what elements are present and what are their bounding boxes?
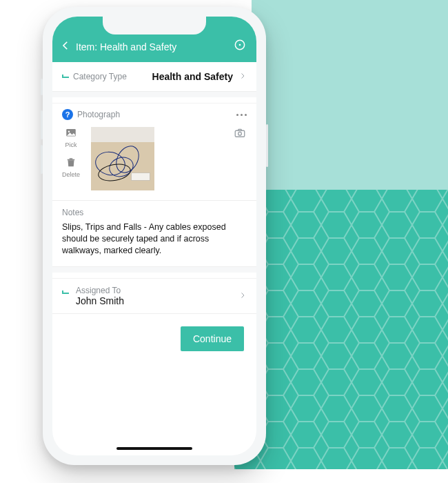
svg-point-3	[239, 44, 241, 46]
pick-label: Pick	[65, 141, 77, 148]
category-row[interactable]: Category Type Health and Safety	[52, 62, 256, 92]
phone-side-button	[41, 110, 43, 139]
honeycomb-pattern	[234, 190, 448, 469]
photo-tools: Pick Delete	[62, 127, 80, 178]
assigned-label: Assigned To	[76, 286, 124, 295]
camera-icon[interactable]	[233, 127, 247, 139]
check-icon	[62, 287, 69, 294]
header-action-button[interactable]	[233, 38, 247, 54]
notes-label: Notes	[62, 208, 247, 217]
pick-photo-button[interactable]: Pick	[64, 127, 78, 148]
phone-side-button	[41, 79, 43, 95]
spacer	[52, 92, 256, 97]
header-title: Item: Health and Safety	[76, 41, 176, 52]
svg-rect-1	[234, 190, 448, 469]
check-icon	[62, 71, 69, 78]
svg-point-10	[238, 132, 242, 135]
svg-rect-8	[70, 158, 73, 159]
chevron-right-icon	[238, 290, 247, 302]
chevron-left-icon	[59, 39, 72, 52]
category-label: Category Type	[73, 72, 127, 81]
assigned-value: John Smith	[76, 295, 124, 306]
assigned-row[interactable]: Assigned To John Smith	[52, 278, 256, 314]
delete-label: Delete	[62, 171, 80, 178]
phone-screen: Item: Health and Safety Category Type He…	[52, 17, 256, 455]
notes-section: Notes Slips, Trips and Falls - Any cable…	[52, 201, 256, 267]
back-button[interactable]	[59, 39, 72, 54]
delete-photo-button[interactable]: Delete	[62, 157, 80, 178]
svg-point-5	[68, 131, 70, 132]
phone-side-button	[266, 124, 268, 167]
continue-button[interactable]: Continue	[181, 326, 244, 351]
home-indicator	[116, 447, 192, 450]
svg-rect-9	[235, 130, 245, 137]
photograph-section: ? Photograph Pick	[52, 103, 256, 201]
photo-thumbnail[interactable]	[91, 127, 154, 190]
chevron-right-icon	[238, 70, 247, 83]
more-button[interactable]	[236, 114, 247, 116]
svg-rect-7	[68, 159, 75, 161]
svg-rect-11	[238, 129, 242, 130]
notes-text: Slips, Trips and Falls - Any cables expo…	[62, 221, 247, 257]
help-icon[interactable]: ?	[62, 109, 73, 120]
spacer	[52, 267, 256, 273]
category-value: Health and Safety	[152, 71, 233, 82]
phone-side-button	[41, 145, 43, 174]
phone-notch	[103, 17, 206, 34]
trash-icon	[64, 157, 78, 169]
background-panel-bottom	[234, 190, 448, 469]
photograph-label: Photograph	[77, 110, 120, 119]
continue-wrap: Continue	[52, 314, 256, 351]
target-icon	[233, 38, 247, 52]
phone-mockup: Item: Health and Safety Category Type He…	[43, 7, 266, 465]
image-icon	[64, 127, 78, 139]
background-panel-top	[252, 0, 448, 190]
